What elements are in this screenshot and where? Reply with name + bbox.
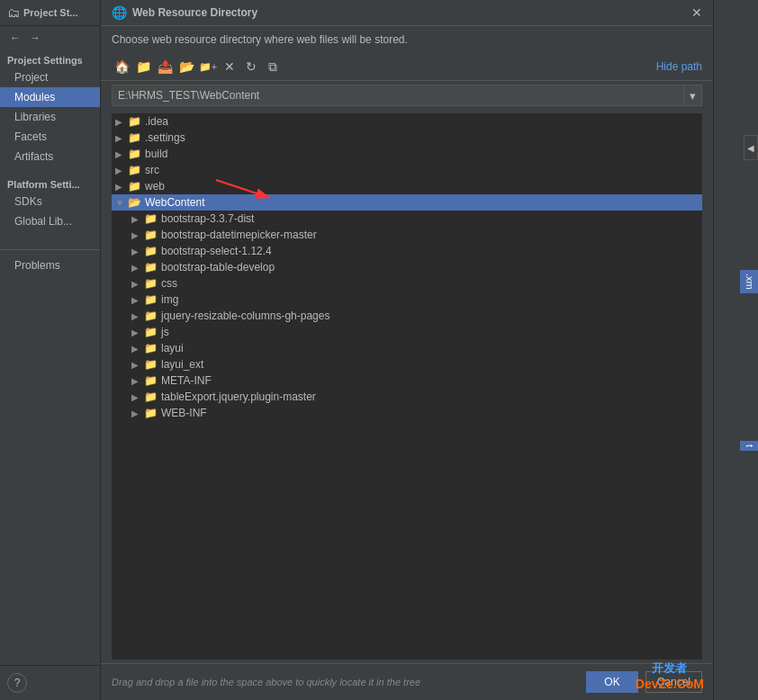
- dialog-title: Web Resource Directory: [132, 6, 257, 19]
- expand-icon: ▶: [131, 344, 144, 354]
- tree-item-settings[interactable]: ▶ 📁 .settings: [112, 130, 702, 146]
- folder-icon: 📂: [128, 196, 141, 209]
- right-panel-tab2[interactable]: t: [740, 441, 758, 451]
- expand-icon: ▶: [131, 295, 144, 305]
- tree-item-src[interactable]: ▶ 📁 src: [112, 162, 702, 178]
- folder-icon: 📁: [144, 245, 158, 257]
- delete-button[interactable]: ✕: [220, 57, 239, 76]
- new-folder-button[interactable]: 📁: [133, 57, 153, 76]
- path-input[interactable]: [113, 86, 683, 104]
- path-dropdown-button[interactable]: ▾: [683, 85, 701, 105]
- right-panel-tab1[interactable]: .xm: [740, 270, 758, 293]
- tree-item-bootstrap337[interactable]: ▶ 📁 bootstrap-3.3.7-dist: [112, 211, 702, 227]
- tree-item-jquery-resizable[interactable]: ▶ 📁 jquery-resizable-columns-gh-pages: [112, 308, 702, 324]
- item-label: tableExport.jquery.plugin-master: [161, 390, 316, 403]
- item-label: bootstrap-datetimepicker-master: [161, 229, 317, 241]
- folder-icon: 📁: [128, 115, 141, 128]
- expand-icon: ▶: [131, 328, 144, 337]
- expand-icon: ▶: [131, 263, 144, 273]
- collapse-button[interactable]: 📂: [176, 57, 196, 76]
- back-button[interactable]: ←: [7, 30, 23, 46]
- tree-item-web-inf[interactable]: ▶ 📁 WEB-INF: [112, 405, 702, 421]
- tree-item-web[interactable]: ▶ 📁 web: [112, 178, 702, 194]
- tree-item-bootstrap-datetimepicker[interactable]: ▶ 📁 bootstrap-datetimepicker-master: [112, 227, 702, 243]
- item-label: css: [161, 277, 177, 290]
- sidebar: 🗂 Project St... ← → Project Settings Pro…: [0, 0, 101, 700]
- item-label: img: [161, 293, 178, 306]
- sidebar-item-problems[interactable]: Problems: [0, 256, 100, 275]
- path-bar: ▾: [112, 85, 702, 106]
- file-tree[interactable]: ▶ 📁 .idea ▶ 📁 .settings ▶ 📁 build ▶ 📁 sr…: [112, 113, 702, 660]
- tree-item-layui[interactable]: ▶ 📁 layui: [112, 340, 702, 356]
- item-label: layui: [161, 342, 184, 354]
- help-button[interactable]: ?: [7, 673, 27, 693]
- folder-icon: 📁: [144, 293, 158, 306]
- folder-icon: 📁: [144, 374, 158, 387]
- sidebar-item-facets[interactable]: Facets: [0, 127, 100, 147]
- tree-item-bootstrap-select[interactable]: ▶ 📁 bootstrap-select-1.12.4: [112, 243, 702, 259]
- right-panel-expand-button[interactable]: ◀: [744, 135, 758, 160]
- folder-icon: 📁: [128, 148, 141, 160]
- folder-icon: 📁: [128, 164, 141, 176]
- home-button[interactable]: 🏠: [112, 57, 131, 76]
- copy-button[interactable]: ⧉: [263, 57, 283, 76]
- expand-icon: ▶: [115, 149, 128, 159]
- dialog-toolbar: 🏠 📁 📤 📂 📁+ ✕ ↻ ⧉ Hide path: [101, 53, 713, 81]
- expand-icon: ▶: [131, 230, 144, 240]
- dialog-icon: 🌐: [112, 5, 127, 20]
- expand-icon: ▼: [115, 198, 128, 208]
- tree-item-idea[interactable]: ▶ 📁 .idea: [112, 113, 702, 130]
- expand-icon: ▶: [115, 166, 128, 175]
- item-label: js: [161, 326, 169, 338]
- expand-icon: ▶: [131, 360, 144, 370]
- toolbar-left: 🏠 📁 📤 📂 📁+ ✕ ↻ ⧉: [112, 57, 283, 76]
- item-label: bootstrap-table-develop: [161, 261, 275, 274]
- refresh-button[interactable]: ↻: [241, 57, 261, 76]
- tree-item-build[interactable]: ▶ 📁 build: [112, 146, 702, 162]
- folder-icon: 📁: [144, 342, 158, 354]
- sidebar-menu: Project Settings Project Modules Librari…: [0, 49, 100, 665]
- expand-icon: ▶: [115, 117, 128, 127]
- expand-icon: ▶: [115, 182, 128, 192]
- tree-item-img[interactable]: ▶ 📁 img: [112, 292, 702, 308]
- ok-button[interactable]: OK: [586, 671, 637, 693]
- sidebar-item-libraries[interactable]: Libraries: [0, 107, 100, 127]
- tree-item-bootstrap-table[interactable]: ▶ 📁 bootstrap-table-develop: [112, 259, 702, 275]
- sidebar-item-artifacts[interactable]: Artifacts: [0, 147, 100, 166]
- cancel-button[interactable]: Cancel: [645, 671, 702, 693]
- tree-item-webcontent[interactable]: ▼ 📂 WebContent: [112, 194, 702, 211]
- forward-button[interactable]: →: [27, 30, 43, 46]
- right-panel: ◀ .xm t: [713, 0, 758, 700]
- folder-icon: 📁: [144, 229, 158, 241]
- tree-item-tableexport[interactable]: ▶ 📁 tableExport.jquery.plugin-master: [112, 389, 702, 405]
- item-label: bootstrap-3.3.7-dist: [161, 212, 254, 225]
- new-dir-button[interactable]: 📁+: [198, 57, 218, 76]
- folder-icon: 📁: [144, 277, 158, 290]
- sidebar-item-sdks[interactable]: SDKs: [0, 192, 100, 211]
- folder-icon: 📁: [128, 131, 141, 144]
- expand-icon: ▶: [115, 133, 128, 143]
- expand-icon: ▶: [131, 392, 144, 402]
- sidebar-item-global-lib[interactable]: Global Lib...: [0, 211, 100, 231]
- folder-icon: 📁: [144, 358, 158, 371]
- dialog-close-button[interactable]: ✕: [691, 5, 702, 20]
- tree-item-layui-ext[interactable]: ▶ 📁 layui_ext: [112, 356, 702, 372]
- dialog-description: Choose web resource directory where web …: [101, 26, 713, 53]
- item-label: WebContent: [145, 196, 205, 209]
- expand-icon: ▶: [131, 376, 144, 386]
- sidebar-item-project[interactable]: Project: [0, 67, 100, 87]
- folder-icon: 📁: [144, 390, 158, 403]
- move-up-button[interactable]: 📤: [155, 57, 175, 76]
- project-icon: 🗂: [7, 5, 20, 20]
- tree-item-js[interactable]: ▶ 📁 js: [112, 324, 702, 340]
- item-label: layui_ext: [161, 358, 203, 371]
- tree-item-meta-inf[interactable]: ▶ 📁 META-INF: [112, 372, 702, 389]
- expand-icon: ▶: [131, 247, 144, 256]
- tree-item-css[interactable]: ▶ 📁 css: [112, 275, 702, 292]
- item-label: META-INF: [161, 374, 212, 387]
- sidebar-item-modules[interactable]: Modules: [0, 87, 100, 107]
- hide-path-button[interactable]: Hide path: [656, 60, 702, 73]
- folder-icon: 📁: [144, 212, 158, 225]
- item-label: bootstrap-select-1.12.4: [161, 245, 272, 257]
- folder-icon: 📁: [144, 310, 158, 322]
